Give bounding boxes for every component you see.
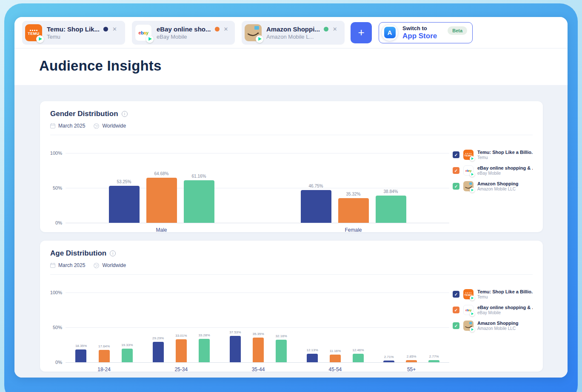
legend-checkbox[interactable]: ✓ bbox=[453, 167, 459, 174]
bar[interactable] bbox=[338, 198, 369, 223]
bar[interactable] bbox=[199, 339, 210, 362]
legend-item: ✓ebayeBay online shopping & ...eBay Mobi… bbox=[453, 305, 533, 315]
temu-app-icon: TEMU bbox=[463, 289, 474, 299]
google-play-badge-icon bbox=[470, 156, 475, 161]
app-tab-amazon[interactable]: Amazon Shoppi...✕Amazon Mobile L... bbox=[242, 21, 345, 45]
category-label: 35-44 bbox=[252, 366, 265, 372]
region-label: Worldwide bbox=[102, 262, 126, 268]
play-triangle-icon bbox=[471, 297, 474, 299]
legend-app-name: eBay online shopping & ... bbox=[477, 165, 533, 170]
google-play-badge-icon bbox=[470, 172, 475, 177]
bar[interactable] bbox=[230, 336, 241, 362]
bar[interactable] bbox=[253, 338, 264, 362]
bar-value-label: 64.68% bbox=[154, 171, 169, 176]
temu-app-icon: TEMU bbox=[463, 150, 474, 160]
bar[interactable] bbox=[153, 342, 164, 362]
bar-value-label: 37.53% bbox=[229, 330, 241, 334]
close-icon[interactable]: ✕ bbox=[112, 26, 117, 32]
amazon-app-icon bbox=[463, 321, 474, 331]
bar-column: 46.75% bbox=[301, 184, 331, 223]
legend-checkbox[interactable]: ✓ bbox=[453, 322, 459, 329]
bar-value-label: 61.16% bbox=[192, 174, 206, 179]
legend-checkbox[interactable]: ✓ bbox=[453, 307, 459, 313]
y-tick-label: 0% bbox=[55, 220, 62, 225]
bar-value-label: 33.28% bbox=[198, 333, 210, 337]
bar[interactable] bbox=[307, 354, 318, 362]
status-dot bbox=[324, 27, 328, 31]
switch-store-button[interactable]: A Switch to App Store Beta bbox=[379, 22, 473, 43]
play-triangle-icon bbox=[148, 37, 152, 41]
y-axis: 100%50%0% bbox=[47, 293, 66, 362]
legend-checkbox[interactable]: ✓ bbox=[453, 183, 459, 190]
bar[interactable] bbox=[109, 186, 140, 223]
info-icon[interactable]: i bbox=[110, 250, 116, 256]
bar-column: 38.84% bbox=[376, 189, 406, 223]
region-label: Worldwide bbox=[102, 123, 126, 129]
age-bar-chart: 18.35%17.64%19.33%18-2429.29%33.01%33.28… bbox=[66, 293, 449, 362]
app-tab-title: eBay online sho... bbox=[157, 26, 211, 33]
bar[interactable] bbox=[276, 340, 287, 362]
bar-value-label: 33.01% bbox=[175, 334, 187, 338]
legend-app-publisher: Temu bbox=[477, 155, 533, 160]
bar-column: 53.25% bbox=[109, 179, 140, 223]
app-tab-ebay[interactable]: ebayeBay online sho...✕eBay Mobile bbox=[132, 21, 235, 45]
bar-column: 2.71% bbox=[383, 355, 394, 362]
bar-value-label: 12.13% bbox=[307, 348, 318, 352]
bar-column: 11.16% bbox=[330, 349, 341, 362]
bar[interactable] bbox=[176, 339, 187, 362]
close-icon[interactable]: ✕ bbox=[224, 26, 228, 32]
y-tick-label: 100% bbox=[50, 151, 62, 156]
legend-checkbox[interactable]: ✓ bbox=[453, 291, 459, 298]
category-label: 25-34 bbox=[174, 366, 188, 372]
bar-group: 46.75%35.32%38.84%Female bbox=[301, 184, 406, 223]
age-distribution-card: Age Distribution i March 2025 bbox=[40, 241, 543, 372]
bar-group: 2.71%2.85%2.77%55+ bbox=[383, 355, 439, 362]
bar[interactable] bbox=[184, 180, 214, 223]
date-filter: March 2025 bbox=[50, 262, 85, 268]
calendar-icon bbox=[50, 263, 55, 268]
bar[interactable] bbox=[122, 349, 133, 362]
category-label: Female bbox=[345, 227, 362, 233]
legend-app-name: Temu: Shop Like a Billio... bbox=[477, 150, 533, 155]
card-title: Age Distribution bbox=[50, 249, 106, 258]
close-icon[interactable]: ✕ bbox=[333, 26, 337, 32]
bar[interactable] bbox=[383, 361, 394, 362]
legend-app-publisher: Temu bbox=[477, 295, 533, 299]
bar[interactable] bbox=[428, 360, 439, 362]
category-label: 18-24 bbox=[97, 366, 111, 372]
gridline bbox=[66, 223, 449, 223]
play-triangle-icon bbox=[471, 312, 474, 315]
bar[interactable] bbox=[146, 178, 177, 223]
bar-column: 32.16% bbox=[276, 334, 287, 362]
google-play-badge-icon bbox=[470, 295, 475, 301]
legend-item: ✓Amazon ShoppingAmazon Mobile LLC bbox=[453, 181, 533, 191]
status-dot bbox=[215, 27, 220, 31]
legend-checkbox[interactable]: ✓ bbox=[453, 151, 459, 158]
bar-group: 53.25%64.68%61.16%Male bbox=[109, 171, 214, 223]
app-tab-subtitle: Amazon Mobile L... bbox=[266, 34, 340, 40]
app-tab-temu[interactable]: TEMUTemu: Shop Lik...✕Temu bbox=[22, 21, 125, 45]
date-filter: March 2025 bbox=[50, 123, 85, 129]
bar[interactable] bbox=[75, 349, 86, 362]
bar[interactable] bbox=[99, 350, 110, 362]
bar-column: 12.46% bbox=[352, 348, 364, 362]
y-tick-label: 50% bbox=[53, 185, 62, 190]
bar[interactable] bbox=[376, 196, 406, 223]
bar-value-label: 18.35% bbox=[75, 344, 87, 348]
bar-column: 12.13% bbox=[307, 348, 318, 362]
google-play-badge-icon bbox=[470, 187, 475, 193]
add-app-button[interactable]: + bbox=[351, 22, 372, 43]
bar-group: 12.13%11.16%12.46%45-54 bbox=[307, 348, 364, 362]
info-icon[interactable]: i bbox=[122, 111, 128, 117]
main-content: Gender Distribution i March 2025 bbox=[14, 85, 568, 378]
category-label: Male bbox=[156, 227, 167, 233]
play-triangle-icon bbox=[471, 328, 474, 331]
globe-icon bbox=[94, 263, 99, 268]
bar[interactable] bbox=[301, 190, 331, 223]
bar[interactable] bbox=[353, 354, 364, 362]
app-store-icon: A bbox=[382, 25, 398, 41]
bar[interactable] bbox=[406, 360, 417, 362]
legend-item: ✓Amazon ShoppingAmazon Mobile LLC bbox=[453, 321, 533, 331]
ebay-app-icon: ebay bbox=[135, 24, 152, 41]
bar[interactable] bbox=[330, 355, 341, 362]
